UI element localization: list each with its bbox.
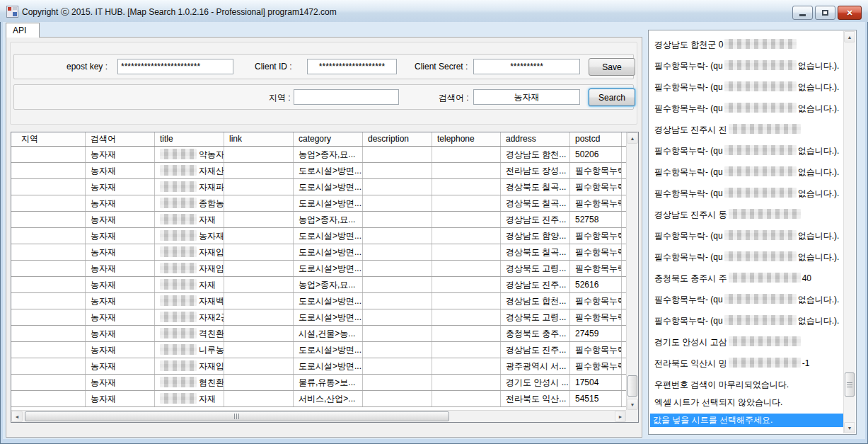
close-button[interactable]: ✕ — [838, 6, 862, 20]
log-item[interactable]: 필수항목누락- (qu없습니다.). — [654, 59, 839, 73]
region-field[interactable] — [294, 89, 399, 105]
horizontal-scroll-thumb[interactable] — [25, 411, 449, 421]
log-scroll-thumb[interactable] — [845, 372, 855, 397]
client-id-field[interactable] — [307, 59, 397, 74]
column-header-3[interactable]: link — [224, 132, 294, 146]
log-item[interactable]: 필수항목누락- (qu없습니다.). — [654, 293, 839, 307]
column-header-7[interactable]: address — [501, 132, 570, 146]
log-item[interactable]: 필수항목누락- (qu없습니다.). — [654, 314, 839, 328]
scroll-right-button[interactable]: ► — [615, 411, 626, 422]
title-bar[interactable]: Copyright ⓒ 2015. IT HUB. [Map Search 1.… — [0, 0, 868, 22]
cell-text: 경기도 안성시 ... — [506, 377, 569, 387]
cell-region — [16, 163, 86, 178]
tab-api[interactable]: API — [6, 23, 40, 38]
cell-text: 농자재 — [91, 166, 116, 176]
column-header-4[interactable]: category — [294, 132, 363, 146]
log-item[interactable]: 경기도 안성시 고삼 — [654, 336, 839, 349]
table-row[interactable]: 농자재자재2공...도로시설>방면...경상북도 고령...필수항목누락 — [11, 309, 626, 326]
log-item[interactable]: 필수항목누락- (qu없습니다.). — [654, 251, 839, 264]
log-text: 경상남도 진주시 동 — [654, 210, 727, 220]
cell-region — [16, 342, 86, 358]
cell-keyword: 농자재 — [86, 277, 155, 292]
column-header-1[interactable]: 검색어 — [86, 132, 155, 146]
table-row[interactable]: 농자재자재백...도로시설>방면...경상남도 합천...필수항목누락 — [11, 293, 626, 309]
log-item[interactable]: 필수항목누락- (qu없습니다.). — [654, 187, 839, 200]
search-button-label: Search — [598, 93, 625, 103]
table-row[interactable]: 농자재자재입구도로시설>방면...광주광역시 서...필수항목누락 — [11, 358, 626, 375]
log-item[interactable]: 엑셀 시트가 선택되지 않았습니다. — [654, 396, 839, 409]
cell-text: 충청북도 충주... — [506, 329, 566, 338]
cell-category: 도로시설>방면... — [294, 358, 363, 374]
cell-postcd: 필수항목누락 — [570, 244, 622, 260]
table-row[interactable]: 농자재자재농업>종자,묘...경상남도 진주...52616 — [11, 277, 626, 293]
log-item[interactable]: 경상남도 진주시 진 — [654, 123, 839, 137]
save-button[interactable]: Save — [589, 58, 635, 76]
client-area: API epost key : Client ID : Client Secre… — [3, 22, 865, 439]
log-scroll-down-button[interactable]: ▼ — [844, 422, 855, 433]
save-button-label: Save — [602, 62, 621, 72]
log-listbox[interactable]: 경상남도 합천군 0필수항목누락- (qu없습니다.).필수항목누락- (qu없… — [648, 30, 857, 435]
cell-text: 농자재 — [91, 329, 116, 338]
log-item[interactable]: 값을 넣을 시트를 선택해주세요. — [650, 414, 855, 427]
cell-telephone — [432, 195, 501, 211]
log-text: 없습니다.). — [798, 103, 839, 113]
api-tab-page: epost key : Client ID : Client Secret : … — [6, 37, 642, 438]
scroll-down-button[interactable]: ▼ — [627, 399, 638, 410]
scroll-left-button[interactable]: ◄ — [11, 411, 23, 422]
table-row[interactable]: 농자재격친환...시설,건물>농...충청북도 충주...27459 — [11, 326, 626, 342]
table-row[interactable]: 농자재협친환...물류,유통>보...경기도 안성시 ...17504 — [11, 375, 626, 391]
grid-vertical-scrollbar[interactable]: ▲ ▼ — [626, 132, 638, 410]
table-row[interactable]: 농자재자재서비스,산업>...전라북도 익산...54515 — [11, 391, 626, 407]
log-item[interactable]: 필수항목누락- (qu없습니다.). — [654, 81, 839, 94]
client-secret-field[interactable] — [473, 59, 580, 74]
cell-text: 52616 — [575, 280, 598, 290]
table-row[interactable]: 농자재자재농업>종자,묘...경상남도 진주...52758 — [11, 212, 626, 228]
censored-text — [724, 166, 797, 176]
vertical-scroll-thumb[interactable] — [627, 375, 637, 397]
table-row[interactable]: 농자재자재입구도로시설>방면...경상북도 칠곡...필수항목누락 — [11, 244, 626, 261]
minimize-button[interactable] — [792, 6, 813, 20]
log-item[interactable]: 경상남도 진주시 동 — [654, 208, 839, 222]
cell-text: 필수항목누락 — [575, 312, 622, 322]
window-controls: ✕ — [792, 6, 862, 20]
scroll-up-button[interactable]: ▲ — [627, 132, 638, 144]
log-item[interactable]: 필수항목누락- (qu없습니다.). — [654, 166, 839, 179]
maximize-button[interactable] — [815, 6, 835, 20]
epost-key-field[interactable] — [117, 59, 233, 74]
cell-address: 경상남도 진주... — [501, 342, 570, 358]
column-header-2[interactable]: title — [155, 132, 224, 146]
column-header-5[interactable]: description — [363, 132, 432, 146]
cell-text: 농자재 — [91, 215, 116, 224]
log-scroll-up-button[interactable]: ▲ — [844, 31, 855, 42]
log-scrollbar[interactable]: ▲ ▼ — [843, 31, 855, 433]
censored-text — [160, 198, 197, 208]
censored-text — [729, 273, 801, 283]
cell-description — [363, 375, 432, 390]
grid-horizontal-scrollbar[interactable]: ◄ ► — [11, 410, 626, 422]
table-row[interactable]: 농자재자재산...도로시설>방면...전라남도 장성...필수항목누락 — [11, 163, 626, 179]
keyword-field[interactable] — [473, 89, 580, 105]
log-item[interactable]: 필수항목누락- (qu없습니다.). — [654, 229, 839, 243]
column-header-6[interactable]: telephone — [432, 132, 501, 146]
cell-text: 필수항목누락 — [575, 345, 622, 355]
cell-description — [363, 261, 432, 276]
log-item[interactable]: 충청북도 충주시 주40 — [654, 272, 839, 285]
log-item[interactable]: 경상남도 합천군 0 — [654, 38, 839, 52]
log-item[interactable]: 우편번호 검색이 마무리되었습니다. — [654, 378, 839, 392]
log-item[interactable]: 필수항목누락- (qu없습니다.). — [654, 102, 839, 115]
censored-text — [724, 81, 797, 91]
log-item[interactable]: 전라북도 익산시 밍-1 — [654, 357, 839, 370]
table-row[interactable]: 농자재약농자...농업>종자,묘...경상남도 합천...50206 — [11, 147, 626, 163]
log-item[interactable]: 필수항목누락- (qu없습니다.). — [654, 144, 839, 158]
cell-category: 도로시설>방면... — [294, 244, 363, 260]
table-row[interactable]: 농자재니루농...도로시설>방면...경상남도 진주...필수항목누락 — [11, 342, 626, 358]
cell-category: 도로시설>방면... — [294, 293, 363, 309]
table-row[interactable]: 농자재자재입구도로시설>방면...경상북도 고령...필수항목누락 — [11, 261, 626, 277]
table-row[interactable]: 농자재종합농...도로시설>방면...경상북도 칠곡...필수항목누락 — [11, 195, 626, 212]
column-header-0[interactable]: 지역 — [16, 132, 86, 146]
column-header-8[interactable]: postcd — [570, 132, 622, 146]
search-button[interactable]: Search — [589, 89, 635, 106]
table-row[interactable]: 농자재농자재...도로시설>방면...경상남도 함양...필수항목누락 — [11, 228, 626, 244]
cell-link — [224, 342, 294, 358]
table-row[interactable]: 농자재자재파...도로시설>방면...경상북도 칠곡...필수항목누락 — [11, 179, 626, 195]
